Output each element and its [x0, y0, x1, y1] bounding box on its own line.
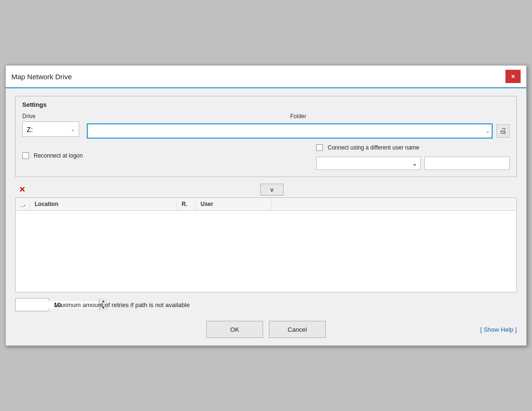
folder-field-group: Folder ⌄ 🖨 — [87, 113, 510, 139]
show-help-link[interactable]: [ Show Help ] — [480, 326, 517, 333]
printer-icon: 🖨 — [499, 127, 507, 135]
settings-group: Settings Drive Z: ⌄ Folder — [15, 96, 517, 177]
expand-button[interactable]: v — [260, 184, 284, 196]
user-dropdown[interactable]: ⌄ — [316, 157, 421, 170]
connect-user-row: Connect using a different user name — [316, 144, 510, 151]
button-row: OK Cancel [ Show Help ] — [15, 319, 517, 338]
retry-spinner: ▲ ▼ — [15, 298, 49, 311]
reconnect-checkbox[interactable] — [22, 152, 29, 159]
folder-label: Folder — [290, 113, 306, 120]
connect-user-checkbox[interactable] — [316, 144, 323, 151]
drive-chevron-icon: ⌄ — [71, 126, 75, 132]
drive-folder-row: Drive Z: ⌄ Folder ⌄ 🖨 — [22, 113, 510, 139]
bottom-section: ▲ ▼ Maximum amount of retries if path is… — [15, 292, 517, 338]
folder-input[interactable] — [87, 123, 493, 139]
drive-select[interactable]: Z: ⌄ — [22, 121, 79, 137]
col-user-header: User — [196, 198, 272, 210]
connections-table: _. Location R. User — [15, 197, 517, 292]
dialog-body: Settings Drive Z: ⌄ Folder — [6, 88, 526, 346]
drive-value: Z: — [27, 125, 33, 133]
col-location-header: Location — [30, 198, 177, 210]
reconnect-label: Reconnect at logon — [34, 152, 83, 159]
dialog-title: Map Network Drive — [11, 73, 72, 81]
options-row: Reconnect at logon Connect using a diffe… — [22, 144, 510, 170]
retry-label: Maximum amount of retries if path is not… — [54, 301, 190, 308]
connect-user-label: Connect using a different user name — [328, 144, 419, 151]
col-dot-header: _. — [16, 198, 30, 210]
user-input[interactable] — [424, 157, 510, 170]
col-extra-header — [272, 198, 516, 210]
settings-legend: Settings — [22, 101, 510, 108]
drive-label: Drive — [22, 113, 79, 120]
reconnect-row: Reconnect at logon — [22, 152, 83, 159]
ok-button[interactable]: OK — [206, 321, 263, 338]
cancel-button[interactable]: Cancel — [269, 321, 326, 338]
table-controls-row: ✕ v — [15, 184, 517, 196]
map-network-drive-dialog: Map Network Drive × Settings Drive Z: ⌄ … — [5, 65, 527, 346]
folder-input-wrapper: ⌄ — [87, 123, 493, 139]
browse-button[interactable]: 🖨 — [496, 124, 510, 138]
close-button[interactable]: × — [505, 70, 521, 83]
table-header: _. Location R. User — [16, 198, 516, 211]
right-options: Connect using a different user name ⌄ — [316, 144, 510, 170]
table-body — [16, 211, 516, 287]
dialog-buttons: OK Cancel — [206, 321, 326, 338]
user-dropdown-arrow-icon: ⌄ — [412, 160, 417, 167]
drive-field-group: Drive Z: ⌄ — [22, 113, 79, 137]
retry-row: ▲ ▼ Maximum amount of retries if path is… — [15, 298, 517, 311]
user-inputs-row: ⌄ — [316, 157, 510, 170]
title-bar: Map Network Drive × — [6, 65, 526, 88]
delete-button[interactable]: ✕ — [16, 185, 28, 195]
col-r-header: R. — [177, 198, 196, 210]
